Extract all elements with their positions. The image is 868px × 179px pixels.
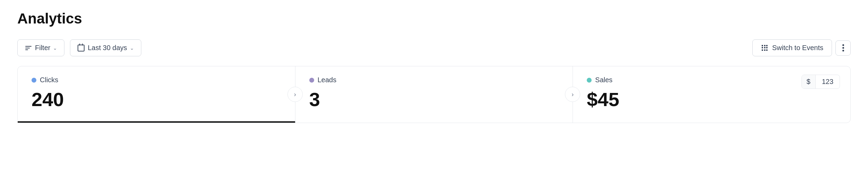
sales-extra-badge: $ 123 <box>801 75 840 89</box>
calendar-icon <box>77 44 85 52</box>
sales-card: Sales $45 $ 123 <box>573 66 850 123</box>
sales-dollar-symbol: $ <box>802 75 816 88</box>
clicks-label-row: Clicks <box>32 76 281 84</box>
page-title: Analytics <box>17 10 851 27</box>
leads-value: 3 <box>309 89 559 110</box>
dots-vertical-icon <box>842 44 844 51</box>
leads-dot <box>309 78 314 83</box>
toolbar: Filter ⌄ Last 30 days ⌄ Switch to Events <box>17 39 851 56</box>
chevron-down-icon: ⌄ <box>53 45 57 51</box>
filter-button[interactable]: Filter ⌄ <box>17 39 64 56</box>
filter-icon <box>25 44 32 52</box>
sales-dot <box>587 78 592 83</box>
leads-label-row: Leads <box>309 76 559 84</box>
toolbar-right: Switch to Events <box>752 39 851 56</box>
more-options-button[interactable] <box>835 40 851 56</box>
clicks-card: Clicks 240 › <box>18 66 295 123</box>
date-range-button[interactable]: Last 30 days ⌄ <box>70 39 141 56</box>
sales-label: Sales <box>595 76 612 84</box>
stats-container: Clicks 240 › Leads 3 › Sales $45 $ 123 <box>17 66 851 123</box>
clicks-value: 240 <box>32 89 281 110</box>
clicks-dot <box>32 78 36 83</box>
chevron-down-icon-2: ⌄ <box>130 45 134 51</box>
grid-icon <box>761 44 769 52</box>
sales-label-row: Sales <box>587 76 836 84</box>
leads-label: Leads <box>318 76 337 84</box>
clicks-next-arrow[interactable]: › <box>287 87 303 102</box>
switch-to-events-button[interactable]: Switch to Events <box>752 39 832 56</box>
switch-to-events-label: Switch to Events <box>772 44 823 52</box>
toolbar-left: Filter ⌄ Last 30 days ⌄ <box>17 39 141 56</box>
clicks-underline <box>18 121 295 123</box>
date-range-label: Last 30 days <box>88 44 127 52</box>
leads-card: Leads 3 › <box>295 66 573 123</box>
sales-value: $45 <box>587 89 836 110</box>
clicks-label: Clicks <box>40 76 58 84</box>
leads-next-arrow[interactable]: › <box>565 87 580 102</box>
filter-label: Filter <box>35 44 50 52</box>
sales-count: 123 <box>816 75 840 88</box>
